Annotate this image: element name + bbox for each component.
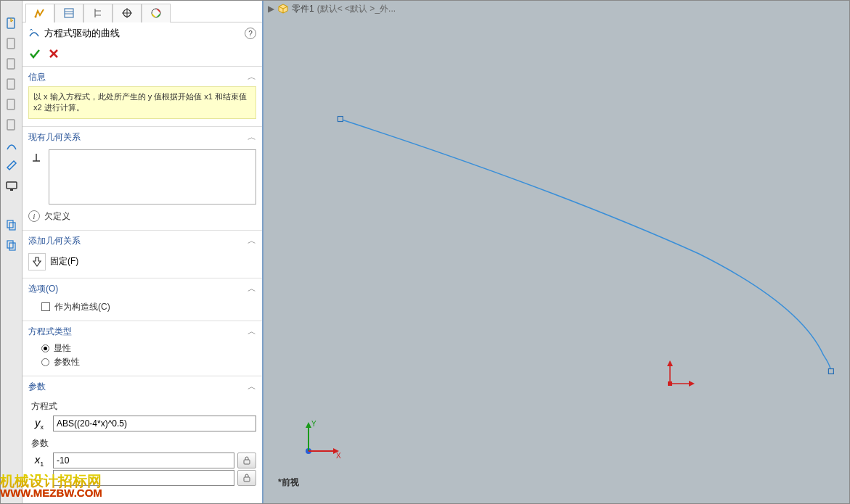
definition-status: 欠定义 — [44, 210, 70, 223]
section-add-relations: 添加几何关系 ︿ 固定(F) — [23, 231, 262, 278]
radio-explicit[interactable] — [41, 344, 49, 352]
chevron-icon: ︿ — [248, 235, 256, 247]
chevron-icon: ︿ — [248, 326, 256, 338]
x1-lock-button[interactable] — [237, 453, 256, 468]
existing-relations-title: 现有几何关系 — [28, 131, 81, 144]
tab-appearance[interactable] — [142, 4, 171, 22]
svg-rect-7 — [7, 220, 13, 228]
construction-checkbox[interactable] — [41, 302, 50, 311]
view-name-label: *前视 — [278, 476, 299, 489]
property-panel: 方程式驱动的曲线 ? 信息 ︿ 以 x 输入方程式，此处所产生的 y 值根据开始… — [23, 1, 263, 503]
chevron-icon: ︿ — [248, 283, 256, 295]
cancel-button[interactable] — [47, 47, 60, 60]
tool-doc3-icon[interactable] — [4, 76, 20, 92]
svg-marker-24 — [667, 360, 673, 366]
add-relations-title: 添加几何关系 — [28, 235, 81, 247]
section-options: 选项(O) ︿ 作为构造线(C) — [23, 278, 262, 321]
options-title: 选项(O) — [28, 283, 58, 295]
tool-sketch-icon[interactable] — [4, 137, 20, 153]
panel-tabs — [23, 1, 262, 22]
breadcrumb-arrow-icon: ▶ — [268, 4, 274, 14]
section-info: 信息 ︿ 以 x 输入方程式，此处所产生的 y 值根据开始值 x1 和结束值 x… — [23, 67, 262, 127]
chevron-icon: ︿ — [248, 381, 256, 393]
svg-point-11 — [35, 16, 37, 18]
svg-marker-30 — [306, 422, 311, 428]
equation-label: 方程式 — [28, 396, 256, 414]
tool-doc5-icon[interactable] — [4, 117, 20, 133]
tool-copy2-icon[interactable] — [4, 237, 20, 253]
svg-rect-5 — [7, 120, 15, 130]
svg-rect-19 — [244, 460, 250, 464]
definition-status-row: i 欠定义 — [28, 210, 256, 223]
fix-button[interactable] — [28, 253, 46, 270]
eqtype-title: 方程式类型 — [28, 326, 72, 338]
tab-feature[interactable] — [25, 4, 54, 22]
svg-rect-22 — [828, 369, 833, 374]
curve-icon — [28, 28, 40, 39]
breadcrumb-config: (默认< <默认 >_外... — [317, 3, 396, 15]
section-equation-type: 方程式类型 ︿ 显性 参数性 — [23, 321, 262, 376]
radio-parametric[interactable] — [41, 358, 49, 366]
svg-text:Y: Y — [311, 420, 316, 428]
x2-lock-button[interactable] — [237, 470, 256, 486]
info-box: 以 x 输入方程式，此处所产生的 y 值根据开始值 x1 和结束值 x2 进行计… — [28, 86, 256, 119]
sketch-origin-icon — [663, 359, 695, 391]
sketch-curve — [263, 1, 849, 503]
params-title: 参数 — [28, 381, 46, 393]
svg-rect-2 — [7, 59, 15, 69]
construction-label: 作为构造线(C) — [54, 301, 110, 313]
help-button[interactable]: ? — [245, 28, 256, 39]
x1-input[interactable] — [53, 453, 234, 468]
svg-text:X: X — [336, 452, 341, 460]
svg-rect-10 — [9, 243, 15, 250]
param-sub-label: 参数 — [28, 433, 256, 451]
perpendicular-icon — [28, 149, 44, 165]
section-add-relations-header[interactable]: 添加几何关系 ︿ — [28, 235, 256, 250]
tab-tree[interactable] — [83, 4, 113, 22]
tool-new-part-icon[interactable] — [4, 15, 20, 31]
ok-cancel-row — [23, 44, 262, 67]
part-icon — [277, 3, 289, 15]
tool-edit-icon[interactable] — [4, 157, 20, 173]
svg-rect-4 — [7, 99, 15, 110]
svg-marker-26 — [689, 381, 695, 387]
svg-rect-8 — [9, 223, 15, 230]
x1-symbol: x1 — [28, 453, 50, 468]
tool-doc4-icon[interactable] — [4, 96, 20, 112]
feature-header: 方程式驱动的曲线 ? — [23, 22, 262, 44]
tab-display[interactable] — [54, 4, 83, 22]
breadcrumb[interactable]: ▶ 零件1 (默认< <默认 >_外... — [263, 1, 849, 17]
tool-doc2-icon[interactable] — [4, 56, 20, 72]
section-info-header[interactable]: 信息 ︿ — [28, 71, 256, 86]
section-eqtype-header[interactable]: 方程式类型 ︿ — [28, 326, 256, 341]
svg-rect-6 — [7, 182, 17, 189]
breadcrumb-part: 零件1 — [292, 3, 314, 15]
fix-label: 固定(F) — [50, 255, 78, 268]
svg-rect-9 — [7, 241, 13, 248]
tool-doc1-icon[interactable] — [4, 36, 20, 51]
ok-button[interactable] — [28, 47, 41, 60]
tab-target[interactable] — [113, 4, 142, 22]
tool-display-icon[interactable] — [4, 178, 20, 194]
svg-rect-27 — [668, 381, 672, 386]
left-toolbar — [1, 1, 23, 503]
svg-rect-21 — [338, 117, 343, 122]
section-info-title: 信息 — [28, 71, 46, 83]
view-triad-icon: Y X — [300, 416, 343, 460]
relations-list[interactable] — [49, 149, 256, 205]
svg-rect-1 — [7, 38, 15, 49]
svg-rect-12 — [65, 9, 73, 17]
svg-rect-20 — [244, 477, 250, 482]
tool-copy1-icon[interactable] — [4, 217, 20, 233]
x2-input[interactable] — [53, 470, 234, 486]
viewport[interactable]: ▶ 零件1 (默认< <默认 >_外... Y X *前视 — [263, 1, 849, 503]
radio-explicit-label: 显性 — [54, 342, 71, 355]
section-params-header[interactable]: 参数 ︿ — [28, 381, 256, 396]
section-options-header[interactable]: 选项(O) ︿ — [28, 283, 256, 298]
equation-input[interactable] — [53, 416, 256, 431]
chevron-icon: ︿ — [248, 71, 256, 83]
section-existing-relations: 现有几何关系 ︿ i 欠定义 — [23, 127, 262, 231]
chevron-icon: ︿ — [248, 131, 256, 144]
section-existing-relations-header[interactable]: 现有几何关系 ︿ — [28, 131, 256, 146]
yx-symbol: yx — [28, 416, 50, 431]
